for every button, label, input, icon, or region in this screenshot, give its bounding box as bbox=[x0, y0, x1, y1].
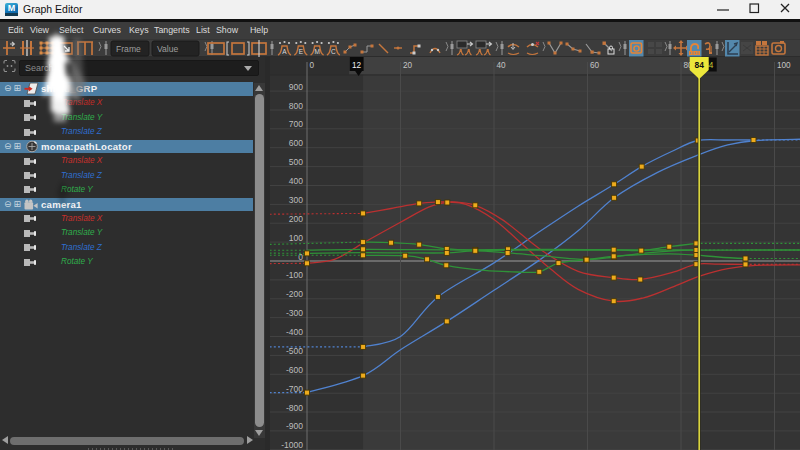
svg-text:-1000: -1000 bbox=[281, 440, 303, 450]
svg-text:-800: -800 bbox=[286, 403, 303, 413]
svg-text:700: 700 bbox=[289, 119, 303, 129]
svg-text:84: 84 bbox=[695, 60, 705, 70]
svg-text:20: 20 bbox=[403, 61, 413, 70]
svg-text:900: 900 bbox=[289, 82, 303, 92]
svg-text:400: 400 bbox=[289, 176, 303, 186]
svg-text:M: M bbox=[314, 48, 319, 55]
svg-text:Value: Value bbox=[157, 44, 179, 54]
svg-text:40: 40 bbox=[497, 61, 507, 70]
svg-text:300: 300 bbox=[289, 195, 303, 205]
svg-text:0: 0 bbox=[310, 61, 315, 70]
svg-text:-900: -900 bbox=[286, 421, 303, 431]
svg-text:-300: -300 bbox=[286, 308, 303, 318]
svg-text:Frame: Frame bbox=[116, 44, 141, 54]
svg-text:-400: -400 bbox=[286, 327, 303, 337]
svg-text:12: 12 bbox=[352, 61, 362, 70]
svg-text:E: E bbox=[299, 48, 304, 55]
svg-text:800: 800 bbox=[289, 101, 303, 111]
svg-text:200: 200 bbox=[289, 214, 303, 224]
svg-text:-100: -100 bbox=[286, 270, 303, 280]
svg-text:A: A bbox=[282, 48, 287, 55]
svg-text:100: 100 bbox=[777, 61, 791, 70]
svg-text:60: 60 bbox=[590, 61, 600, 70]
svg-text:600: 600 bbox=[289, 138, 303, 148]
svg-text:-200: -200 bbox=[286, 289, 303, 299]
svg-text:C: C bbox=[331, 48, 336, 55]
svg-text:-600: -600 bbox=[286, 365, 303, 375]
svg-text:500: 500 bbox=[289, 157, 303, 167]
svg-text:100: 100 bbox=[289, 233, 303, 243]
